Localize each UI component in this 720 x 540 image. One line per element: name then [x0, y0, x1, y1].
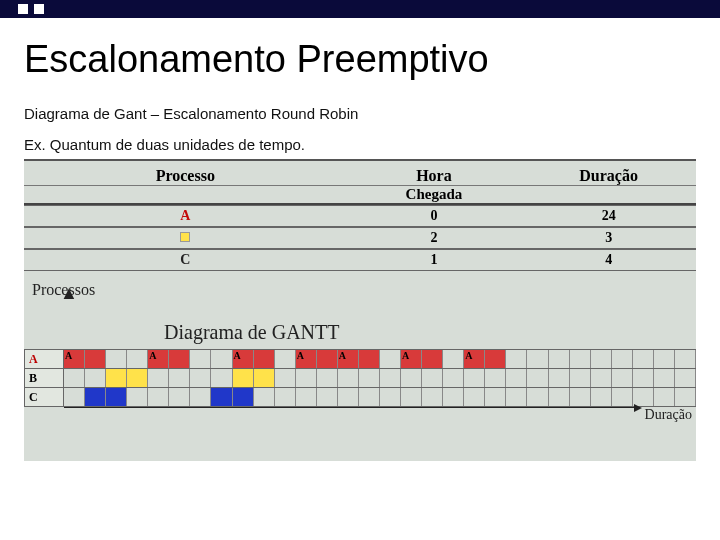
gantt-cell [506, 350, 527, 368]
gantt-cell [654, 350, 675, 368]
gantt-cell [380, 388, 401, 406]
gantt-cell [506, 369, 527, 387]
gantt-cell [527, 369, 548, 387]
gantt-cell [275, 388, 296, 406]
gantt-cell [338, 388, 359, 406]
gantt-cell [211, 388, 232, 406]
gantt-cell [127, 388, 148, 406]
gantt-row: C [24, 387, 696, 407]
gantt-cell [148, 388, 169, 406]
table-row: 23 [24, 227, 696, 249]
gantt-cell [591, 369, 612, 387]
gantt-cell [380, 350, 401, 368]
gantt-cell [233, 388, 254, 406]
gantt-cell [317, 369, 338, 387]
gantt-cell [85, 388, 106, 406]
gantt-row: B [24, 368, 696, 387]
gantt-cell [359, 369, 380, 387]
gantt-cell [380, 369, 401, 387]
gantt-title: Diagrama de GANTT [164, 321, 340, 344]
gantt-cell [612, 369, 633, 387]
gantt-cell [317, 350, 338, 368]
table-header-subrow: Chegada [24, 185, 696, 205]
gantt-cell [190, 388, 211, 406]
gantt-cell: A [233, 350, 254, 368]
cell-process-name [24, 230, 347, 246]
gantt-cell [64, 388, 85, 406]
gantt-cell [443, 369, 464, 387]
gantt-cell [254, 350, 275, 368]
topbar-square-icon [18, 4, 28, 14]
gantt-cell [148, 369, 169, 387]
gantt-cell: A [464, 350, 485, 368]
gantt-cell [675, 350, 696, 368]
cell-arrival: 1 [347, 252, 522, 268]
gantt-cell [85, 350, 106, 368]
gantt-cell [169, 350, 190, 368]
gantt-cell [338, 369, 359, 387]
gantt-cell [549, 369, 570, 387]
gantt-cell [106, 388, 127, 406]
gantt-cell [464, 369, 485, 387]
subtitle-line-2: Ex. Quantum de duas unidades de tempo. [24, 136, 696, 153]
process-b-marker-icon [180, 232, 190, 242]
cell-duration: 4 [521, 252, 696, 268]
topbar-square-icon [34, 4, 44, 14]
slide-topbar [0, 0, 720, 18]
gantt-cell [422, 388, 443, 406]
gantt-cell: A [64, 350, 85, 368]
gantt-cell [254, 369, 275, 387]
col-header-time: Hora [347, 167, 522, 185]
diagram-area: Processo Hora Duração Chegada A02423C14 … [24, 159, 696, 461]
gantt-cell [485, 369, 506, 387]
gantt-cell [527, 388, 548, 406]
gantt-cell: A [338, 350, 359, 368]
col-header-process: Processo [24, 167, 347, 185]
gantt-cell [549, 350, 570, 368]
gantt-cell [85, 369, 106, 387]
gantt-row: AAAAAAAA [24, 349, 696, 368]
cell-arrival: 0 [347, 208, 522, 224]
subtitle-line-1: Diagrama de Gant – Escalonamento Round R… [24, 105, 696, 122]
gantt-row-label: B [24, 369, 64, 387]
cell-process-name: A [24, 208, 347, 224]
page-title: Escalonamento Preemptivo [24, 38, 696, 81]
table-header-row: Processo Hora Duração [24, 165, 696, 185]
gantt-cell [106, 369, 127, 387]
table-row: A024 [24, 205, 696, 227]
gantt-cell [422, 369, 443, 387]
gantt-cell [190, 369, 211, 387]
gantt-cell [485, 350, 506, 368]
gantt-cell [127, 350, 148, 368]
col-header-arrival: Chegada [347, 186, 522, 203]
process-table: Processo Hora Duração Chegada A02423C14 [24, 161, 696, 271]
gantt-cell [106, 350, 127, 368]
gantt-cell [190, 350, 211, 368]
gantt-cell [296, 388, 317, 406]
gantt-cell: A [401, 350, 422, 368]
gantt-cell [591, 388, 612, 406]
cell-duration: 3 [521, 230, 696, 246]
gantt-cell [464, 388, 485, 406]
gantt-cell [633, 369, 654, 387]
gantt-cell [275, 369, 296, 387]
gantt-cell: A [296, 350, 317, 368]
y-axis-arrow-icon: ▲ [60, 283, 78, 304]
gantt-cell [64, 369, 85, 387]
cell-arrival: 2 [347, 230, 522, 246]
gantt-cell [612, 350, 633, 368]
col-header-duration: Duração [521, 167, 696, 185]
gantt-cell [527, 350, 548, 368]
gantt-cell: A [148, 350, 169, 368]
gantt-cell [233, 369, 254, 387]
gantt-cell [317, 388, 338, 406]
gantt-cell [443, 350, 464, 368]
gantt-cell [612, 388, 633, 406]
gantt-cell [654, 388, 675, 406]
gantt-cell [633, 350, 654, 368]
gantt-cell [506, 388, 527, 406]
gantt-cell [401, 388, 422, 406]
gantt-cell [401, 369, 422, 387]
gantt-cell [443, 388, 464, 406]
gantt-cell [591, 350, 612, 368]
